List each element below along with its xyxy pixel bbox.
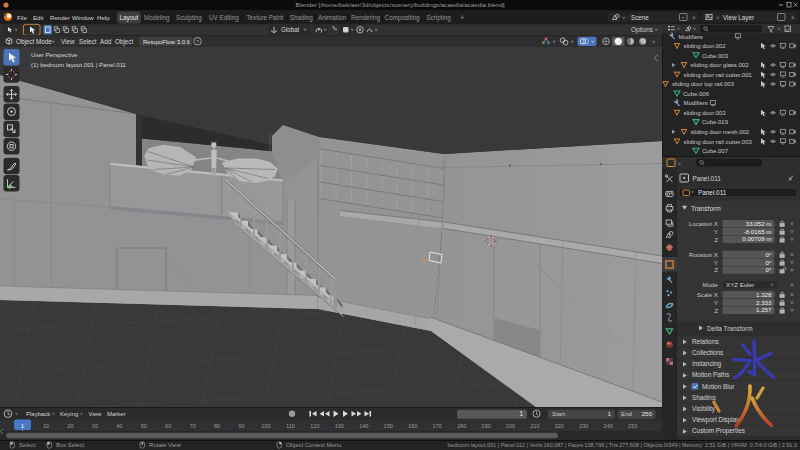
svg-text:210: 210 bbox=[530, 423, 539, 429]
svg-text:170: 170 bbox=[432, 423, 441, 429]
svg-text:˅: ˅ bbox=[591, 39, 594, 45]
svg-text:Motion Blur: Motion Blur bbox=[702, 383, 735, 390]
svg-text:130: 130 bbox=[335, 423, 344, 429]
svg-text:Cube.007: Cube.007 bbox=[702, 148, 729, 154]
svg-text:Motion Paths: Motion Paths bbox=[692, 371, 729, 378]
svg-text:˅: ˅ bbox=[622, 15, 625, 21]
svg-text:Edit: Edit bbox=[33, 14, 44, 21]
svg-text:Shading: Shading bbox=[692, 394, 716, 402]
svg-text:Cube.019: Cube.019 bbox=[702, 119, 729, 125]
svg-text:RetopoFlow 3.0.1: RetopoFlow 3.0.1 bbox=[143, 39, 191, 45]
svg-text:40: 40 bbox=[116, 423, 122, 429]
svg-text:Scale X: Scale X bbox=[697, 291, 718, 298]
svg-text:1: 1 bbox=[21, 422, 25, 429]
svg-text:2.333: 2.333 bbox=[756, 299, 772, 306]
svg-text:-8.0165 m: -8.0165 m bbox=[744, 228, 772, 235]
svg-text:Instancing: Instancing bbox=[692, 360, 722, 368]
svg-text:˅: ˅ bbox=[716, 15, 719, 21]
svg-text:˅: ˅ bbox=[678, 161, 681, 167]
svg-text:30: 30 bbox=[92, 423, 98, 429]
svg-text:Mode: Mode bbox=[703, 281, 719, 288]
svg-text:˅: ˅ bbox=[693, 26, 696, 32]
svg-text:Keying: Keying bbox=[60, 411, 78, 417]
svg-text:70: 70 bbox=[190, 423, 196, 429]
svg-text:˅: ˅ bbox=[14, 27, 17, 33]
svg-text:150: 150 bbox=[384, 423, 393, 429]
svg-text:Visibility: Visibility bbox=[692, 405, 716, 413]
svg-text:sliding door rail cutter.003: sliding door rail cutter.003 bbox=[684, 139, 753, 145]
svg-text:Delta Transform: Delta Transform bbox=[707, 325, 752, 332]
svg-text:250: 250 bbox=[628, 423, 637, 429]
svg-text:Rotation X: Rotation X bbox=[689, 251, 718, 258]
svg-text:sliding door.002: sliding door.002 bbox=[684, 43, 727, 49]
svg-text:200: 200 bbox=[506, 423, 515, 429]
svg-text:˅: ˅ bbox=[350, 27, 353, 33]
svg-text:230: 230 bbox=[579, 423, 588, 429]
svg-text:Modifiers: Modifiers bbox=[679, 34, 703, 40]
svg-text:Shading: Shading bbox=[290, 14, 314, 22]
svg-text:Cube.003: Cube.003 bbox=[702, 53, 729, 59]
svg-text:˅: ˅ bbox=[323, 27, 326, 33]
svg-text:×: × bbox=[692, 14, 696, 21]
svg-text:Y: Y bbox=[714, 299, 718, 306]
svg-text:Texture Paint: Texture Paint bbox=[246, 14, 283, 21]
svg-text:Z: Z bbox=[714, 236, 718, 243]
svg-text:˅: ˅ bbox=[652, 39, 655, 45]
svg-text:sliding door top rail.003: sliding door top rail.003 bbox=[672, 81, 735, 87]
svg-text:0°: 0° bbox=[766, 259, 772, 266]
svg-text:˅: ˅ bbox=[303, 27, 306, 33]
svg-text:Y: Y bbox=[714, 259, 718, 266]
svg-text:10: 10 bbox=[43, 423, 49, 429]
svg-text:Panel.011: Panel.011 bbox=[698, 189, 727, 196]
svg-text:190: 190 bbox=[481, 423, 490, 429]
svg-text:End: End bbox=[621, 410, 633, 417]
svg-text:Location X: Location X bbox=[689, 220, 718, 227]
svg-text:1: 1 bbox=[608, 410, 612, 417]
svg-text:Z: Z bbox=[714, 307, 718, 314]
svg-text:Custom Properties: Custom Properties bbox=[692, 427, 745, 435]
svg-text:Global: Global bbox=[281, 26, 299, 33]
svg-text:+: + bbox=[682, 14, 685, 20]
svg-text:Y: Y bbox=[714, 228, 718, 235]
svg-text:Select: Select bbox=[79, 38, 97, 45]
svg-text:Relations: Relations bbox=[692, 338, 719, 345]
svg-text:Playback: Playback bbox=[26, 411, 51, 417]
svg-text:Animation: Animation bbox=[318, 14, 346, 21]
svg-text:1.328: 1.328 bbox=[756, 291, 772, 298]
svg-text:1.257: 1.257 bbox=[756, 306, 772, 313]
svg-text:Layout: Layout bbox=[119, 14, 138, 22]
svg-text:˅: ˅ bbox=[771, 282, 774, 288]
svg-text:View Layer: View Layer bbox=[723, 14, 754, 22]
svg-text:Compositing: Compositing bbox=[385, 14, 420, 22]
svg-text:33.052 m: 33.052 m bbox=[746, 220, 772, 227]
svg-text:250: 250 bbox=[642, 410, 653, 417]
svg-text:sliding door rail cutter.001: sliding door rail cutter.001 bbox=[684, 72, 753, 78]
svg-text:Marker: Marker bbox=[107, 411, 126, 417]
svg-text:˅: ˅ bbox=[51, 39, 54, 45]
svg-text:sliding door glass.002: sliding door glass.002 bbox=[691, 62, 750, 68]
svg-text:UV Editing: UV Editing bbox=[209, 14, 239, 22]
svg-text:Scripting: Scripting bbox=[426, 14, 451, 22]
svg-text:Viewport Display: Viewport Display bbox=[692, 416, 740, 424]
svg-text:Transform: Transform bbox=[691, 205, 721, 212]
svg-text:180: 180 bbox=[457, 423, 466, 429]
svg-text:˅: ˅ bbox=[570, 39, 573, 45]
svg-text:Render: Render bbox=[50, 14, 70, 21]
svg-text:240: 240 bbox=[604, 423, 613, 429]
svg-text:220: 220 bbox=[555, 423, 564, 429]
svg-text:0°: 0° bbox=[766, 251, 772, 258]
svg-text:Add: Add bbox=[100, 38, 112, 45]
svg-text:˅: ˅ bbox=[654, 27, 657, 33]
svg-text:Options: Options bbox=[631, 26, 653, 34]
svg-text:bedroom layout.001 | Panel.011: bedroom layout.001 | Panel.011 | Verts:1… bbox=[448, 442, 797, 448]
svg-text:(1) bedroom layout.001 | Panel: (1) bedroom layout.001 | Panel.011 bbox=[31, 61, 127, 68]
svg-text:20: 20 bbox=[67, 423, 73, 429]
svg-text:File: File bbox=[17, 14, 27, 21]
svg-text:50: 50 bbox=[141, 423, 147, 429]
svg-text:User Perspective: User Perspective bbox=[31, 51, 78, 58]
svg-text:˅: ˅ bbox=[691, 189, 694, 195]
svg-text:sliding door mesh.002: sliding door mesh.002 bbox=[691, 129, 750, 135]
svg-text:Start: Start bbox=[552, 410, 565, 417]
svg-text:Cube.006: Cube.006 bbox=[683, 91, 710, 97]
svg-text:Help: Help bbox=[97, 14, 110, 21]
